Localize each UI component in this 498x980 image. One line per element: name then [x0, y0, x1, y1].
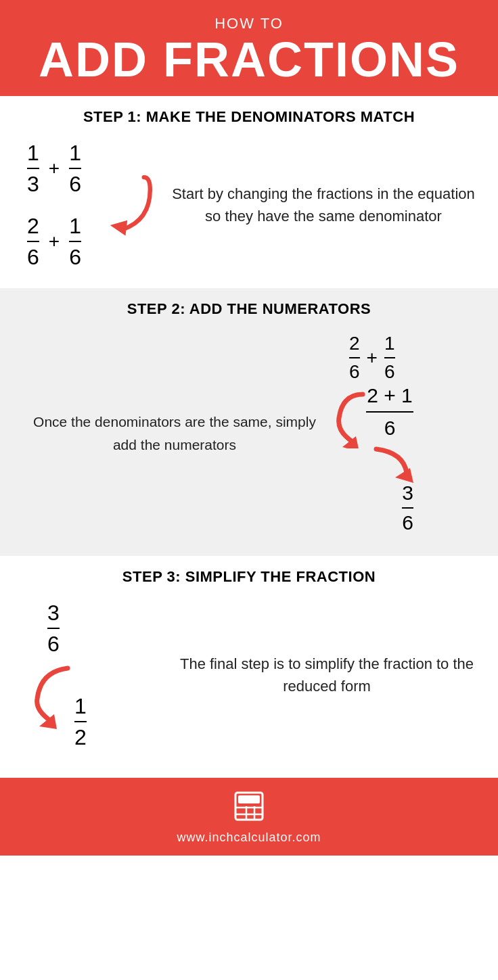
step3-fraction1: 3 6 [47, 602, 60, 655]
step2-combined-area: 2 + 1 6 3 [366, 384, 413, 533]
step1-fraction-row1: 1 3 + 1 6 [27, 142, 81, 195]
step1-fraction-row2: 2 6 + 1 6 [27, 215, 81, 268]
fraction-line [69, 241, 81, 242]
step2-fractions-area: 2 6 + 1 6 [329, 334, 484, 533]
fraction-line [27, 168, 39, 169]
step1-fraction2: 1 6 [69, 142, 81, 195]
fraction-line [74, 721, 87, 722]
step2-arrow-combined: 2 + 1 6 3 [329, 384, 413, 533]
step2-arrow-left [329, 388, 369, 451]
step1-fractions: 1 3 + 1 6 2 6 + [27, 142, 81, 268]
fraction-line [47, 628, 60, 629]
step1-title: STEP 1: MAKE THE DENOMINATORS MATCH [0, 96, 498, 135]
step3-arrow [27, 661, 81, 729]
fraction-line [366, 411, 413, 413]
step2-section: STEP 2: ADD THE NUMERATORS Once the deno… [0, 288, 498, 556]
header-subtitle: HOW TO [14, 15, 484, 32]
step3-fractions-area: 3 6 1 2 [27, 602, 162, 748]
fraction-line [349, 357, 360, 358]
fraction-line [384, 357, 395, 358]
step2-fraction1: 2 6 [349, 334, 360, 381]
plus-sign1: + [49, 158, 60, 179]
step2-result-fraction: 3 6 [402, 483, 413, 533]
header-title: ADD FRACTIONS [14, 35, 484, 84]
step1-fraction4: 1 6 [69, 215, 81, 268]
step3-fraction2: 1 2 [74, 695, 87, 748]
plus-sign3: + [367, 347, 378, 369]
svg-marker-0 [110, 220, 127, 236]
step3-content: 3 6 1 2 The final step is to simplify th… [0, 595, 498, 755]
fraction-line [402, 507, 413, 509]
page-header: HOW TO ADD FRACTIONS [0, 0, 498, 96]
step2-arrow-result: 3 6 [366, 442, 413, 533]
calculator-icon [14, 790, 484, 825]
step1-section: STEP 1: MAKE THE DENOMINATORS MATCH 1 3 … [0, 96, 498, 288]
step2-result-area: 3 6 [369, 442, 413, 533]
step1-fraction1: 1 3 [27, 142, 39, 195]
step1-arrow [101, 171, 156, 239]
fraction-line [69, 168, 81, 169]
footer-url: www.inchcalculator.com [14, 831, 484, 845]
step2-combined-fraction: 2 + 1 6 [366, 384, 413, 440]
step2-content: Once the denominators are the same, simp… [0, 327, 498, 540]
step2-title: STEP 2: ADD THE NUMERATORS [0, 288, 498, 327]
svg-rect-5 [238, 795, 260, 803]
step2-top-row: 2 6 + 1 6 [349, 334, 395, 381]
step1-description: Start by changing the fractions in the e… [169, 183, 478, 227]
step2-description: Once the denominators are the same, simp… [27, 411, 329, 456]
step3-title: STEP 3: SIMPLIFY THE FRACTION [0, 556, 498, 595]
step1-content: 1 3 + 1 6 2 6 + [0, 135, 498, 275]
step3-section: STEP 3: SIMPLIFY THE FRACTION 3 6 1 [0, 556, 498, 771]
step3-description: The final step is to simplify the fracti… [162, 653, 478, 697]
page-footer: www.inchcalculator.com [0, 778, 498, 856]
step2-fraction2: 1 6 [384, 334, 395, 381]
step3-arrow-area: 1 2 [27, 661, 87, 748]
step1-fraction3: 2 6 [27, 215, 39, 268]
step2-arrow-right [369, 442, 413, 483]
fraction-line [27, 241, 39, 242]
plus-sign2: + [49, 231, 60, 252]
